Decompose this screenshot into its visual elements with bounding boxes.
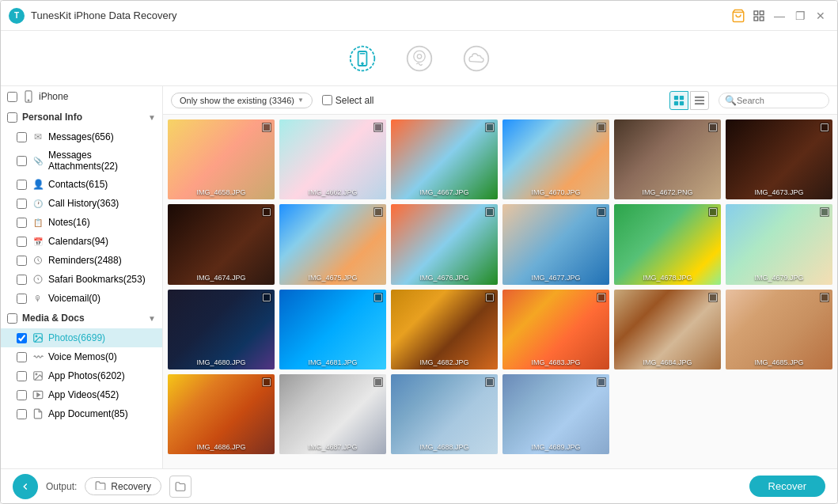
image-select-checkbox[interactable] [262, 377, 271, 387]
close-button[interactable]: ✕ [812, 7, 829, 25]
minimize-button[interactable]: — [771, 7, 788, 25]
image-item-6[interactable]: IMG_4673.JPG [726, 119, 832, 199]
media-docs-checkbox[interactable] [7, 313, 17, 324]
sidebar-section-personal-info[interactable]: Personal Info ▼ [1, 107, 162, 127]
image-item-14[interactable]: IMG_4681.JPG [279, 290, 386, 369]
image-select-checkbox[interactable] [262, 207, 271, 217]
contacts-checkbox[interactable] [17, 180, 27, 190]
image-item-17[interactable]: IMG_4684.JPG [614, 290, 721, 369]
image-select-checkbox[interactable] [820, 123, 829, 132]
menu-icon[interactable] [750, 7, 768, 25]
sidebar-item-calendars[interactable]: 📅 Calendars(94) [1, 232, 162, 251]
notes-checkbox[interactable] [17, 218, 27, 228]
content-toolbar: Only show the existing (3346) ▼ Select a… [163, 86, 837, 115]
messages-label: Messages(656) [48, 131, 114, 142]
image-select-checkbox[interactable] [708, 207, 718, 217]
select-all-checkbox-wrapper[interactable]: Select all [322, 95, 374, 106]
sidebar-item-messages[interactable]: ✉ Messages(656) [1, 127, 162, 146]
sidebar-item-app-document[interactable]: App Document(85) [1, 404, 162, 423]
grid-view-button[interactable] [669, 91, 688, 110]
image-select-checkbox[interactable] [485, 293, 495, 302]
image-select-checkbox[interactable] [485, 123, 495, 132]
image-item-15[interactable]: IMG_4682.JPG [391, 290, 498, 369]
app-document-checkbox[interactable] [17, 409, 27, 419]
image-select-checkbox[interactable] [597, 377, 606, 387]
svg-point-12 [413, 51, 424, 62]
image-item-1[interactable]: IMG_4658.JPG [168, 119, 275, 199]
back-button[interactable] [13, 474, 38, 499]
sidebar-item-photos[interactable]: Photos(6699) [1, 328, 162, 347]
app-videos-checkbox[interactable] [17, 390, 27, 400]
sidebar-item-voicemail[interactable]: 🎙 Voicemail(0) [1, 289, 162, 308]
image-select-checkbox[interactable] [485, 377, 495, 387]
iphone-checkbox[interactable] [7, 92, 17, 102]
reminders-checkbox[interactable] [17, 256, 27, 266]
image-select-checkbox[interactable] [373, 123, 383, 132]
personal-info-checkbox[interactable] [7, 112, 17, 123]
browse-output-button[interactable] [169, 476, 191, 498]
sidebar-item-messages-attachments[interactable]: 📎 Messages Attachments(22) [1, 146, 162, 175]
image-select-checkbox[interactable] [262, 293, 271, 302]
messages-checkbox[interactable] [17, 132, 27, 142]
image-select-checkbox[interactable] [373, 293, 383, 302]
sidebar-item-iphone[interactable]: iPhone [1, 86, 162, 107]
image-item-21[interactable]: IMG_4688.JPG [391, 374, 498, 454]
voice-memos-checkbox[interactable] [17, 352, 27, 362]
sidebar-item-app-photos[interactable]: App Photos(6202) [1, 366, 162, 385]
app-photos-checkbox[interactable] [17, 371, 27, 381]
call-history-checkbox[interactable] [17, 199, 27, 209]
image-select-checkbox[interactable] [820, 207, 829, 217]
photos-checkbox[interactable] [17, 333, 27, 343]
image-item-13[interactable]: IMG_4680.JPG [168, 290, 275, 369]
image-item-7[interactable]: IMG_4674.JPG [168, 204, 275, 284]
recover-icloud-button[interactable] [460, 42, 493, 75]
select-all-checkbox[interactable] [322, 95, 332, 105]
image-item-18[interactable]: IMG_4685.JPG [726, 290, 832, 369]
image-select-checkbox[interactable] [373, 207, 383, 217]
sidebar-item-contacts[interactable]: 👤 Contacts(615) [1, 175, 162, 194]
sidebar-item-notes[interactable]: 📋 Notes(16) [1, 213, 162, 232]
cart-icon[interactable] [730, 7, 747, 25]
image-select-checkbox[interactable] [597, 293, 606, 302]
calendars-checkbox[interactable] [17, 237, 27, 247]
messages-attachments-checkbox[interactable] [17, 156, 27, 166]
image-item-2[interactable]: IMG_4662.JPG [279, 119, 386, 199]
sidebar-item-voice-memos[interactable]: Voice Memos(0) [1, 347, 162, 366]
sidebar-item-call-history[interactable]: 🕐 Call History(363) [1, 194, 162, 213]
image-select-checkbox[interactable] [708, 293, 718, 302]
sidebar-item-reminders[interactable]: Reminders(2488) [1, 251, 162, 270]
image-select-checkbox[interactable] [373, 377, 383, 387]
image-select-checkbox[interactable] [708, 123, 718, 132]
image-item-10[interactable]: IMG_4677.JPG [502, 204, 609, 284]
sidebar-item-safari-bookmarks[interactable]: Safari Bookmarks(253) [1, 270, 162, 289]
image-item-16[interactable]: IMG_4683.JPG [502, 290, 609, 369]
image-item-8[interactable]: IMG_4675.JPG [279, 204, 386, 284]
image-item-19[interactable]: IMG_4686.JPG [168, 374, 275, 454]
safari-bookmarks-checkbox[interactable] [17, 275, 27, 285]
sidebar-section-media-docs[interactable]: Media & Docs ▼ [1, 308, 162, 328]
image-item-20[interactable]: IMG_4687.JPG [279, 374, 386, 454]
image-select-checkbox[interactable] [820, 293, 829, 302]
image-item-3[interactable]: IMG_4667.JPG [391, 119, 498, 199]
image-item-22[interactable]: IMG_4689.JPG [502, 374, 609, 454]
sidebar-item-app-videos[interactable]: App Videos(452) [1, 385, 162, 404]
image-item-4[interactable]: IMG_4670.JPG [502, 119, 609, 199]
filter-dropdown[interactable]: Only show the existing (3346) ▼ [171, 93, 313, 108]
recover-itunes-button[interactable] [403, 42, 436, 75]
image-select-checkbox[interactable] [597, 123, 606, 132]
image-item-9[interactable]: IMG_4676.JPG [391, 204, 498, 284]
image-item-11[interactable]: IMG_4678.JPG [614, 204, 721, 284]
image-item-5[interactable]: IMG_4672.PNG [614, 119, 721, 199]
image-item-12[interactable]: IMG_4679.JPG [726, 204, 832, 284]
image-select-checkbox[interactable] [485, 207, 495, 217]
image-select-checkbox[interactable] [262, 123, 271, 132]
image-select-checkbox[interactable] [597, 207, 606, 217]
list-view-button[interactable] [690, 91, 709, 110]
voicemail-checkbox[interactable] [17, 294, 27, 304]
calendars-icon: 📅 [32, 235, 44, 248]
recover-device-button[interactable] [346, 42, 379, 75]
app-videos-icon [32, 388, 44, 401]
recover-button[interactable]: Recover [749, 476, 825, 497]
maximize-button[interactable]: ❐ [791, 7, 809, 25]
image-thumbnail [502, 290, 609, 369]
